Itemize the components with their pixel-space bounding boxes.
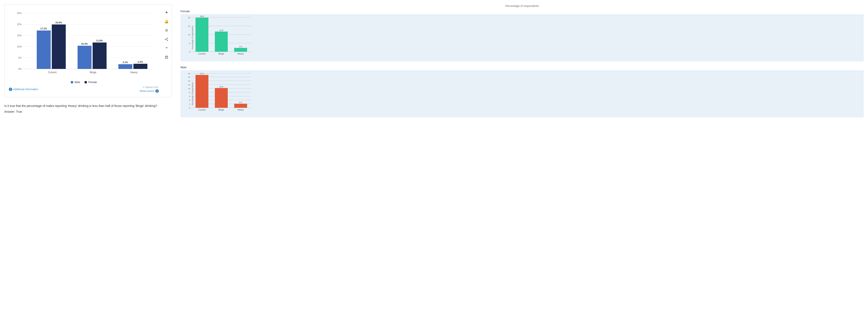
female-chart-box: Percentage of respondents 0 5 10 15 20 — [181, 14, 864, 61]
bar-heavy-male — [118, 64, 132, 69]
svg-text:Current: Current — [198, 109, 206, 111]
svg-text:5%: 5% — [18, 57, 22, 59]
chart-legend: Male Female — [9, 81, 159, 84]
footer-right: © Statista 2021 Show source i — [140, 86, 159, 93]
svg-text:Heavy: Heavy — [238, 109, 244, 111]
svg-text:Binge: Binge — [218, 53, 224, 55]
share-button[interactable] — [163, 36, 170, 43]
bar-binge-female — [93, 42, 106, 69]
svg-text:15: 15 — [188, 25, 190, 27]
statista-credit: © Statista 2021 — [143, 86, 159, 89]
svg-text:0: 0 — [189, 51, 190, 53]
svg-text:10: 10 — [188, 88, 190, 90]
info-icon: i — [9, 88, 12, 91]
legend-female-label: Female — [88, 81, 97, 84]
svg-text:4: 4 — [189, 99, 190, 101]
small-bar-female-binge — [215, 32, 228, 52]
svg-rect-7 — [166, 58, 167, 58]
svg-text:17.2: 17.2 — [200, 73, 204, 75]
svg-text:Binge: Binge — [90, 71, 96, 74]
show-source-label: Show source — [140, 90, 154, 93]
svg-text:Heavy: Heavy — [238, 53, 244, 55]
svg-text:2.1: 2.1 — [239, 101, 242, 103]
svg-text:18: 18 — [188, 73, 190, 75]
small-bar-female-heavy — [234, 48, 247, 52]
bar-current-male — [37, 31, 51, 69]
svg-point-0 — [167, 38, 168, 39]
chart-toolbar: ★ 🔔 ⚙ ❝ — [163, 9, 170, 61]
question-text: Is it true that the percentage of males … — [4, 104, 172, 108]
svg-text:20: 20 — [188, 16, 190, 19]
source-info-icon: i — [155, 89, 159, 93]
svg-text:Current: Current — [48, 71, 57, 74]
right-panel-title: Percentage of respondents — [181, 4, 864, 7]
settings-button[interactable]: ⚙ — [163, 27, 170, 34]
svg-text:Current: Current — [198, 53, 206, 55]
small-bar-male-binge — [215, 88, 228, 108]
small-bar-male-current — [195, 75, 208, 108]
svg-text:10: 10 — [188, 34, 190, 36]
bar-current-female — [52, 25, 66, 69]
female-chart-title: Female — [181, 10, 864, 13]
svg-text:6: 6 — [189, 95, 190, 97]
legend-dot-female — [85, 81, 87, 84]
svg-text:2: 2 — [189, 103, 190, 105]
male-chart-section: Male Percentage of respondents 0 2 4 6 8 — [181, 66, 864, 118]
svg-text:16: 16 — [188, 76, 190, 78]
female-chart-svg: 0 5 10 15 20 19.9 11.8 — [187, 15, 256, 55]
svg-point-1 — [165, 39, 166, 40]
legend-female: Female — [85, 81, 97, 84]
svg-text:25%: 25% — [17, 12, 22, 14]
svg-text:Binge: Binge — [218, 109, 224, 111]
bar-heavy-female — [133, 64, 147, 69]
legend-male-label: Male — [74, 81, 80, 84]
quote-button[interactable]: ❝ — [163, 45, 170, 52]
bell-button[interactable]: 🔔 — [163, 18, 170, 25]
small-bar-male-heavy — [234, 104, 247, 108]
female-chart-section: Female Percentage of respondents 0 5 10 … — [181, 10, 864, 61]
svg-text:15%: 15% — [17, 34, 22, 37]
additional-info-button[interactable]: i Additional Information — [9, 88, 38, 91]
svg-text:0: 0 — [189, 107, 190, 109]
svg-text:10%: 10% — [17, 45, 22, 48]
svg-text:Heavy: Heavy — [130, 71, 137, 74]
svg-text:8: 8 — [189, 92, 190, 94]
question-section: Is it true that the percentage of males … — [4, 104, 172, 113]
svg-text:20%: 20% — [17, 23, 22, 26]
main-chart-svg: Percentage of respondents 0% 5% 10% 15% … — [11, 9, 159, 77]
bar-binge-male — [78, 46, 92, 69]
main-chart-container: ★ 🔔 ⚙ ❝ Percentage of respondents — [4, 4, 172, 97]
svg-text:11.8%: 11.8% — [96, 39, 103, 42]
svg-text:19.9: 19.9 — [200, 15, 204, 18]
svg-text:10.4: 10.4 — [219, 86, 223, 88]
legend-dot-male — [71, 81, 73, 84]
svg-text:17.2%: 17.2% — [40, 27, 47, 30]
print-button[interactable] — [163, 54, 170, 61]
male-chart-title: Male — [181, 66, 864, 69]
svg-text:0%: 0% — [18, 68, 22, 70]
svg-line-3 — [166, 38, 167, 39]
svg-text:12: 12 — [188, 84, 190, 86]
svg-text:11.8: 11.8 — [219, 29, 223, 31]
svg-text:19.9%: 19.9% — [55, 21, 62, 24]
show-source-button[interactable]: Show source i — [140, 89, 159, 93]
right-panel: Percentage of respondents Female Percent… — [181, 4, 864, 122]
answer-text: Answer: True — [4, 110, 172, 113]
male-chart-box: Percentage of respondents 0 2 4 6 8 10 — [181, 70, 864, 118]
svg-text:2.3%: 2.3% — [137, 61, 143, 63]
left-panel: ★ 🔔 ⚙ ❝ Percentage of respondents — [4, 4, 172, 113]
bar-chart: Percentage of respondents 0% 5% 10% 15% … — [11, 9, 159, 77]
chart-footer: i Additional Information © Statista 2021… — [9, 86, 159, 93]
star-button[interactable]: ★ — [163, 9, 170, 16]
svg-text:2.3: 2.3 — [239, 45, 242, 48]
additional-info-label: Additional Information — [13, 88, 38, 91]
legend-male: Male — [71, 81, 80, 84]
male-chart-svg: 0 2 4 6 8 10 12 14 16 — [187, 71, 256, 111]
svg-text:5: 5 — [189, 42, 190, 44]
svg-text:14: 14 — [188, 80, 190, 82]
svg-point-2 — [167, 40, 168, 41]
svg-line-4 — [166, 39, 167, 40]
svg-text:10.4%: 10.4% — [81, 42, 88, 45]
main-layout: ★ 🔔 ⚙ ❝ Percentage of respondents — [4, 4, 864, 122]
svg-text:2.1%: 2.1% — [122, 61, 128, 64]
